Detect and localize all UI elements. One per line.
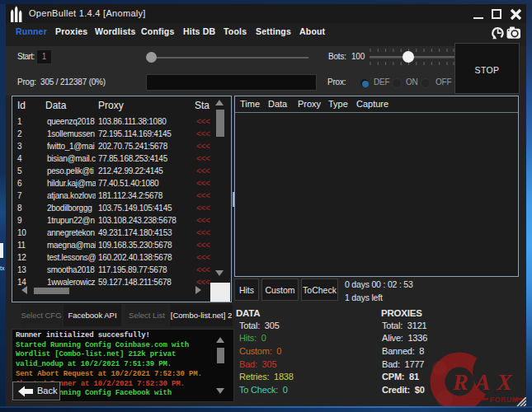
svg-text:RAX: RAX [452, 369, 519, 395]
svg-text:FORUM: FORUM [490, 396, 519, 404]
